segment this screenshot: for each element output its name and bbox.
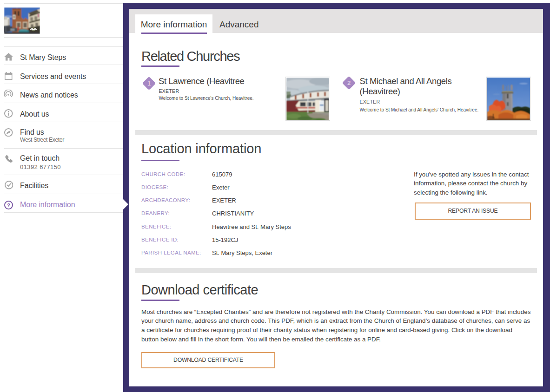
svg-text:?: ?: [7, 202, 10, 208]
